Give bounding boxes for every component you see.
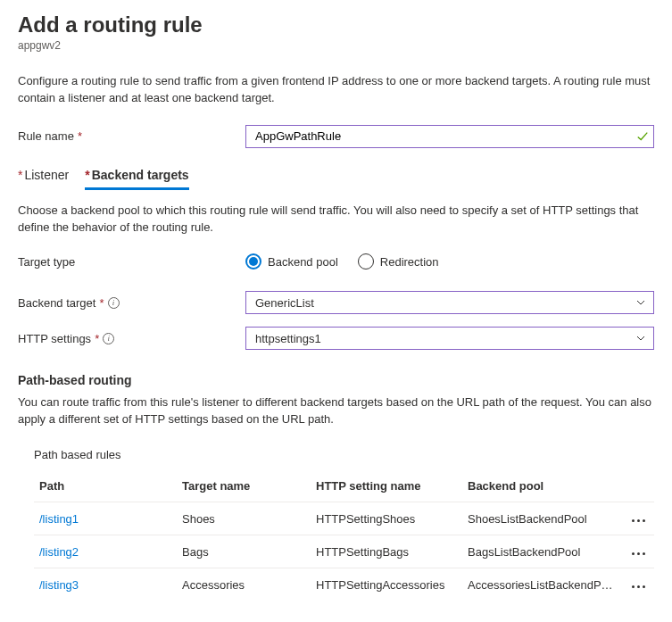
rule-name-input[interactable] (245, 125, 654, 148)
setting-cell: HTTPSettingAccessories (311, 568, 462, 601)
chevron-down-icon (635, 333, 646, 344)
path-rules-title: Path based rules (34, 448, 654, 461)
checkmark-icon (636, 130, 649, 143)
table-row: /listing2BagsHTTPSettingBagsBagsListBack… (34, 535, 654, 568)
pool-cell: BagsListBackendPool (462, 535, 623, 568)
more-icon[interactable] (628, 516, 649, 526)
page-subtitle: appgwv2 (18, 39, 654, 52)
target-cell: Shoes (177, 502, 311, 535)
radio-backend-pool[interactable]: Backend pool (245, 253, 338, 270)
rule-name-label: Rule name* (18, 129, 245, 143)
path-link[interactable]: /listing3 (34, 568, 177, 601)
path-routing-text: You can route traffic from this rule's l… (18, 394, 654, 428)
path-rules-table: Path Target name HTTP setting name Backe… (34, 472, 654, 601)
target-type-label: Target type (18, 255, 245, 269)
backend-intro-text: Choose a backend pool to which this rout… (18, 203, 654, 236)
tab-backend-targets[interactable]: *Backend targets (85, 168, 188, 190)
col-path: Path (34, 472, 177, 502)
target-cell: Accessories (177, 568, 311, 601)
info-icon[interactable]: i (108, 297, 120, 309)
info-icon[interactable]: i (103, 333, 114, 344)
table-row: /listing1ShoesHTTPSettingShoesShoesListB… (34, 502, 654, 535)
backend-target-select[interactable]: GenericList (245, 291, 654, 314)
backend-target-label: Backend target* i (18, 296, 245, 310)
target-cell: Bags (177, 535, 311, 568)
intro-text: Configure a routing rule to send traffic… (18, 73, 654, 107)
col-target: Target name (177, 472, 311, 502)
radio-redirection[interactable]: Redirection (358, 253, 439, 270)
path-link[interactable]: /listing2 (34, 535, 177, 568)
pool-cell: ShoesListBackendPool (462, 502, 623, 535)
http-settings-label: HTTP settings* i (18, 332, 245, 345)
more-icon[interactable] (628, 582, 649, 592)
pool-cell: AccessoriesListBackendP… (462, 568, 623, 601)
http-settings-select[interactable]: httpsettings1 (245, 327, 654, 350)
page-title: Add a routing rule (18, 12, 654, 37)
table-row: /listing3AccessoriesHTTPSettingAccessori… (34, 568, 654, 601)
tab-listener[interactable]: *Listener (18, 168, 69, 190)
path-routing-heading: Path-based routing (18, 373, 654, 387)
path-link[interactable]: /listing1 (34, 502, 177, 535)
chevron-down-icon (635, 297, 646, 308)
more-icon[interactable] (628, 549, 649, 559)
tabs: *Listener *Backend targets (18, 168, 654, 190)
setting-cell: HTTPSettingShoes (311, 502, 462, 535)
col-pool: Backend pool (462, 472, 623, 502)
col-setting: HTTP setting name (311, 472, 462, 502)
setting-cell: HTTPSettingBags (311, 535, 462, 568)
